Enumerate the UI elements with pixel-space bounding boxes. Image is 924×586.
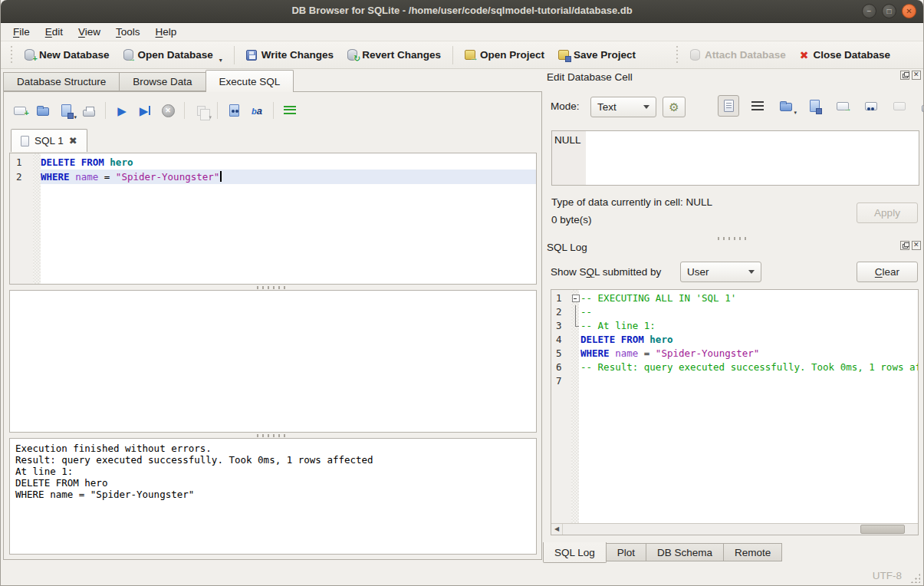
float-panel-button[interactable] — [900, 241, 909, 250]
sql-1-tab[interactable]: SQL 1 ✖ — [11, 129, 87, 152]
fold-margin — [571, 374, 580, 388]
line-number: 3 — [551, 319, 571, 333]
window-controls: − □ ✕ — [862, 4, 916, 18]
close-panel-button[interactable] — [912, 241, 921, 250]
execute-all-button[interactable]: ▶ — [112, 100, 132, 120]
execute-current-line-button[interactable]: ▶ — [135, 100, 155, 120]
save-project-icon — [558, 50, 569, 60]
tab-execute-sql[interactable]: Execute SQL — [206, 70, 294, 92]
import-cell-data-button[interactable]: ▾ — [776, 96, 796, 116]
text-mode-toggle-button[interactable] — [718, 95, 739, 117]
menu-tools[interactable]: Tools — [108, 24, 148, 40]
new-database-button[interactable]: + New Database — [18, 44, 117, 66]
splitter-handle[interactable] — [257, 286, 289, 289]
attach-database-button[interactable]: Attach Database — [683, 44, 793, 66]
save-project-button[interactable]: Save Project — [551, 44, 643, 66]
cell-value: NULL — [554, 134, 581, 146]
set-null-button[interactable] — [889, 96, 909, 116]
execution-message-pane: Execution finished without errors.Result… — [9, 438, 537, 555]
maximize-button[interactable]: □ — [882, 4, 896, 18]
open-sql-file-button[interactable] — [33, 100, 53, 120]
save-sql-file-button[interactable]: ▾ — [56, 100, 76, 120]
minimize-icon: − — [867, 7, 872, 15]
message-line: WHERE name = "Spider-Youngster" — [15, 489, 531, 500]
line-number: 1 — [10, 155, 33, 170]
code-text: WHERE name = "Spider-Youngster" — [580, 347, 918, 360]
close-tab-icon[interactable]: ✖ — [69, 135, 77, 146]
save-file-icon — [61, 104, 71, 117]
tab-sql-log[interactable]: SQL Log — [543, 542, 607, 563]
code-line[interactable]: 2WHERE name = "Spider-Youngster" — [10, 170, 536, 184]
word-wrap-icon — [751, 101, 764, 110]
export-cell-data-button[interactable] — [804, 96, 824, 116]
copy-results-button[interactable]: ▾ — [191, 100, 211, 120]
print-cell-button[interactable] — [918, 96, 924, 116]
minimize-button[interactable]: − — [862, 4, 876, 18]
tab-database-structure[interactable]: Database Structure — [3, 72, 119, 91]
fold-margin — [571, 333, 580, 347]
tab-plot[interactable]: Plot — [607, 543, 646, 561]
format-sql-button[interactable] — [280, 100, 300, 120]
clear-log-button[interactable]: Clear — [857, 262, 918, 282]
save-dropdown-icon[interactable]: ▾ — [74, 114, 77, 120]
close-panel-button[interactable] — [912, 71, 921, 80]
horizontal-scrollbar[interactable]: ◀ ▶ — [551, 523, 918, 535]
tab-browse-data[interactable]: Browse Data — [119, 72, 205, 91]
code-text: DELETE FROM hero — [580, 333, 918, 347]
bottom-tab-bar: SQL Log Plot DB Schema Remote — [543, 543, 782, 563]
code-line: 2-- — [551, 305, 918, 319]
toolbar-separator — [234, 46, 235, 64]
write-changes-button[interactable]: Write Changes — [239, 44, 340, 66]
menu-edit[interactable]: Edit — [38, 24, 71, 40]
resize-grip[interactable] — [910, 573, 920, 583]
scroll-left-button[interactable]: ◀ — [551, 524, 563, 535]
menu-file[interactable]: File — [5, 24, 38, 40]
open-database-dropdown-icon[interactable]: ▾ — [219, 57, 222, 66]
copy-link-button[interactable] — [861, 96, 881, 116]
find-button[interactable] — [224, 100, 244, 120]
fold-marker-icon — [571, 305, 580, 319]
stop-execution-button[interactable]: ✕ — [158, 100, 178, 120]
code-line[interactable]: 1DELETE FROM hero — [10, 155, 536, 170]
import-icon — [780, 103, 792, 111]
copy-icon — [197, 106, 206, 116]
scrollbar-thumb[interactable] — [860, 525, 905, 534]
text-cursor — [220, 171, 222, 182]
close-database-button[interactable]: ✖ Close Database — [793, 44, 897, 66]
code-text: -- Result: query executed successfully. … — [580, 360, 918, 374]
title-bar: DB Browser for SQLite - /home/user/code/… — [1, 0, 923, 23]
apply-button[interactable]: Apply — [857, 202, 918, 223]
tab-remote[interactable]: Remote — [724, 543, 782, 561]
open-project-button[interactable]: → Open Project — [458, 44, 551, 66]
mode-select[interactable]: Text — [590, 97, 656, 117]
tab-db-schema[interactable]: DB Schema — [646, 543, 724, 561]
scrollbar-track[interactable] — [563, 524, 918, 535]
log-filter-select[interactable]: User — [680, 262, 761, 282]
find-replace-button[interactable]: ba — [247, 100, 267, 120]
fold-marker-icon[interactable] — [571, 291, 580, 305]
main-toolbar: + New Database → Open Database ▾ Write C… — [1, 41, 923, 69]
execute-sql-panel: + ▾ ▶ ▶ ✕ ▾ — [3, 91, 542, 560]
close-window-button[interactable]: ✕ — [902, 4, 916, 18]
write-changes-icon — [246, 50, 257, 61]
print-sql-button[interactable] — [79, 100, 99, 120]
toolbar-drag-handle[interactable] — [9, 46, 14, 64]
print-icon — [83, 110, 95, 117]
new-sql-tab-button[interactable]: + — [10, 100, 30, 120]
toolbar-drag-handle[interactable] — [675, 46, 679, 64]
sql-log-view: 1-- EXECUTING ALL IN 'SQL 1'2--3-- At li… — [551, 289, 919, 535]
open-in-external-button[interactable]: → — [833, 96, 853, 116]
splitter-handle[interactable] — [257, 434, 289, 437]
float-panel-button[interactable] — [900, 71, 909, 80]
open-database-button[interactable]: → Open Database ▾ — [117, 44, 229, 66]
revert-changes-button[interactable]: ↻ Revert Changes — [340, 44, 448, 66]
cell-type-info: Type of data currently in cell: NULL — [551, 196, 712, 208]
auto-switch-mode-button[interactable]: ⚙ — [663, 97, 686, 117]
line-number: 2 — [10, 170, 33, 184]
menu-view[interactable]: View — [71, 24, 108, 40]
maximize-icon: □ — [886, 7, 891, 15]
menu-help[interactable]: Help — [148, 24, 185, 40]
word-wrap-button[interactable] — [748, 96, 768, 116]
cell-value-editor[interactable]: NULL — [551, 130, 919, 186]
sql-editor[interactable]: 1DELETE FROM hero2WHERE name = "Spider-Y… — [9, 153, 537, 285]
